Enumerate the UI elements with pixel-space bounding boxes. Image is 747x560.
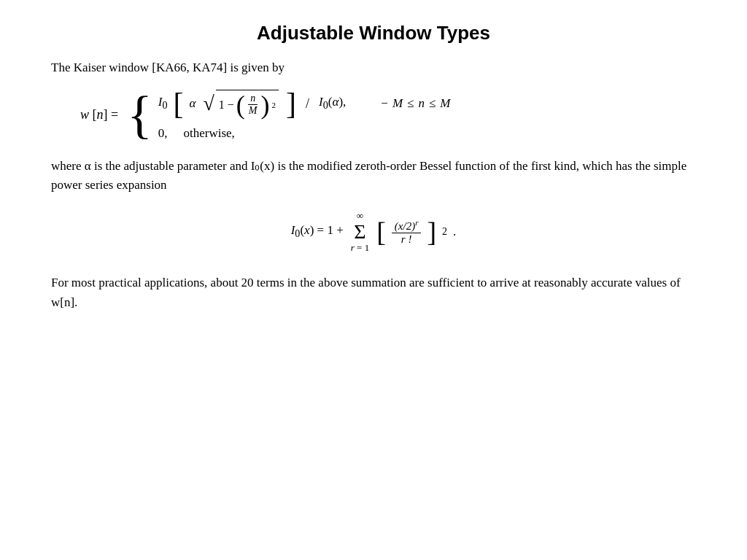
summation: ∞ Σ r = 1 — [351, 210, 369, 254]
floor-open: [ — [376, 218, 386, 246]
description-text: where α is the adjustable parameter and … — [51, 157, 696, 195]
square-bessel: 2 — [442, 226, 447, 238]
zero-label: 0, — [158, 126, 168, 141]
otherwise-label: otherwise, — [183, 126, 234, 141]
practical-text: For most practical applications, about 2… — [51, 273, 696, 312]
sqrt-content: 1 − ( n M ) 2 — [216, 90, 279, 118]
sqrt-symbol: √ — [203, 93, 214, 114]
page-title: Adjustable Window Types — [44, 22, 703, 44]
r-exp: r — [415, 218, 418, 227]
period: . — [453, 225, 456, 239]
sq-bracket-close-1: ] — [286, 88, 296, 119]
bessel-fraction: (x/2)r r ! — [392, 218, 422, 246]
case-2: 0, otherwise, — [158, 126, 451, 141]
bessel-lhs: I0(x) = 1 + — [291, 223, 344, 240]
i0-symbol: I0 — [158, 95, 168, 112]
bessel-formula: I0(x) = 1 + ∞ Σ r = 1 [ (x/2)r r ! ] 2 . — [44, 210, 703, 254]
left-brace: { — [127, 88, 152, 141]
case-1: I0 [ α √ 1 − ( n M ) — [158, 88, 451, 119]
square-exp: 2 — [272, 101, 276, 109]
paren-frac: ( n M ) — [236, 92, 270, 118]
intro-text: The Kaiser window [KA66, KA74] is given … — [51, 61, 703, 75]
constraint: −M ≤ n ≤ M — [381, 96, 450, 111]
i0-alpha: I0(α), — [319, 95, 346, 112]
sqrt-expr: √ 1 − ( n M ) 2 — [203, 90, 279, 118]
floor-close: ] — [427, 218, 436, 246]
bessel-numer: (x/2)r — [392, 218, 422, 233]
alpha-param: α — [189, 96, 196, 111]
cases: I0 [ α √ 1 − ( n M ) — [158, 88, 451, 141]
close-paren: ) — [261, 92, 270, 118]
n-over-m: n M — [247, 93, 260, 117]
open-paren: ( — [236, 92, 245, 118]
sum-lower: r = 1 — [351, 242, 369, 254]
divider: / — [306, 96, 309, 112]
brace-container: { I0 [ α √ 1 − ( n M — [127, 88, 450, 141]
sum-symbol: Σ — [354, 222, 365, 242]
formula-lhs: w [n] = — [80, 107, 118, 122]
sq-bracket-open-1: [ — [173, 88, 183, 119]
bessel-denom: r ! — [398, 233, 415, 246]
kaiser-formula: w [n] = { I0 [ α √ 1 − ( n — [80, 88, 703, 141]
